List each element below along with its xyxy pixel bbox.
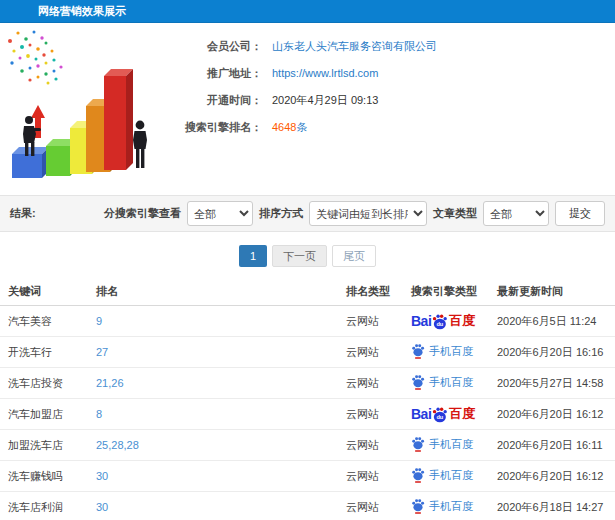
table-row: 洗车店投资 21,26 云网站 Bai du 百度 bbox=[0, 368, 615, 399]
promo-url-label: 推广地址： bbox=[170, 66, 262, 81]
baidu-paw-icon bbox=[411, 498, 425, 514]
engine-filter-label: 分搜索引擎查看 bbox=[104, 206, 181, 221]
rank-cell[interactable]: 25,28,28 bbox=[88, 430, 338, 461]
rank-count-label: 搜索引擎排名： bbox=[170, 120, 262, 135]
update-time-cell: 2020年6月18日 14:27 bbox=[489, 492, 615, 520]
growth-chart-illustration bbox=[0, 25, 170, 193]
keyword-cell: 洗车店投资 bbox=[0, 368, 88, 399]
info-row-rank-count: 搜索引擎排名： 4648条 bbox=[170, 120, 615, 135]
table-row: 加盟洗车店 25,28,28 云网站 Bai du 百度 bbox=[0, 430, 615, 461]
rank-cell[interactable]: 8 bbox=[88, 399, 338, 430]
col-header-update-time: 最新更新时间 bbox=[489, 278, 615, 306]
col-header-engine-type: 搜索引擎类型 bbox=[403, 278, 489, 306]
svg-text:du: du bbox=[437, 414, 444, 420]
update-time-cell: 2020年6月20日 16:16 bbox=[489, 337, 615, 368]
col-header-rank-type: 排名类型 bbox=[338, 278, 403, 306]
sort-label: 排序方式 bbox=[259, 206, 303, 221]
page-title: 网络营销效果展示 bbox=[38, 5, 126, 17]
svg-text:du: du bbox=[437, 321, 444, 327]
engine-filter-select[interactable]: 全部 bbox=[187, 201, 253, 226]
businessman-right bbox=[133, 121, 147, 168]
rank-count-number: 4648 bbox=[272, 121, 296, 133]
engine-type-cell: Bai du 百度 bbox=[403, 306, 489, 337]
table-row: 开洗车行 27 云网站 Bai du 百度 bbox=[0, 337, 615, 368]
col-header-rank: 排名 bbox=[88, 278, 338, 306]
rank-count-unit: 条 bbox=[296, 121, 307, 133]
page-header: 网络营销效果展示 bbox=[0, 0, 615, 23]
table-row: 汽车加盟店 8 云网站 Bai du 百度 bbox=[0, 399, 615, 430]
baidu-pc-logo: Bai du 百度 bbox=[411, 312, 475, 330]
update-time-cell: 2020年6月5日 11:24 bbox=[489, 306, 615, 337]
keyword-cell: 洗车赚钱吗 bbox=[0, 461, 88, 492]
engine-type-cell: Bai du 百度 bbox=[403, 368, 489, 399]
company-link[interactable]: 山东老人头汽车服务咨询有限公司 bbox=[272, 39, 437, 54]
open-time-value: 2020年4月29日 09:13 bbox=[272, 93, 378, 108]
keyword-cell: 汽车加盟店 bbox=[0, 399, 88, 430]
keyword-cell: 加盟洗车店 bbox=[0, 430, 88, 461]
engine-type-cell: Bai du 百度 bbox=[403, 337, 489, 368]
rank-cell[interactable]: 9 bbox=[88, 306, 338, 337]
baidu-mobile-logo: 手机百度 bbox=[411, 436, 473, 452]
article-type-label: 文章类型 bbox=[433, 206, 477, 221]
filter-bar: 结果: 分搜索引擎查看 全部 排序方式 关键词由短到长排序 文章类型 全部 提交 bbox=[0, 195, 615, 232]
baidu-mobile-logo: 手机百度 bbox=[411, 498, 473, 514]
rank-cell[interactable]: 30 bbox=[88, 461, 338, 492]
info-fields: 会员公司： 山东老人头汽车服务咨询有限公司 推广地址： https://www.… bbox=[170, 23, 615, 135]
baidu-pc-logo: Bai du 百度 bbox=[411, 405, 475, 423]
table-header-row: 关键词 排名 排名类型 搜索引擎类型 最新更新时间 bbox=[0, 278, 615, 306]
engine-type-cell: Bai du 百度 bbox=[403, 430, 489, 461]
rank-count-value: 4648条 bbox=[272, 120, 307, 135]
update-time-cell: 2020年5月27日 14:58 bbox=[489, 368, 615, 399]
rank-cell[interactable]: 30 bbox=[88, 492, 338, 520]
rank-type-cell: 云网站 bbox=[338, 492, 403, 520]
baidu-paw-icon bbox=[411, 467, 425, 483]
account-info-section: 会员公司： 山东老人头汽车服务咨询有限公司 推广地址： https://www.… bbox=[0, 23, 615, 195]
pagination-next[interactable]: 下一页 bbox=[272, 245, 327, 267]
open-time-label: 开通时间： bbox=[170, 93, 262, 108]
baidu-paw-icon bbox=[411, 374, 425, 390]
rank-type-cell: 云网站 bbox=[338, 461, 403, 492]
keyword-cell: 洗车店利润 bbox=[0, 492, 88, 520]
baidu-mobile-logo: 手机百度 bbox=[411, 374, 473, 390]
table-row: 洗车店利润 30 云网站 Bai du 百度 bbox=[0, 492, 615, 520]
table-row: 洗车赚钱吗 30 云网站 Bai du 百度 bbox=[0, 461, 615, 492]
article-type-select[interactable]: 全部 bbox=[483, 201, 549, 226]
engine-type-cell: Bai du 百度 bbox=[403, 399, 489, 430]
update-time-cell: 2020年6月20日 16:12 bbox=[489, 399, 615, 430]
table-row: 汽车美容 9 云网站 Bai du 百度 bbox=[0, 306, 615, 337]
confetti-dots bbox=[8, 31, 63, 85]
info-row-company: 会员公司： 山东老人头汽车服务咨询有限公司 bbox=[170, 39, 615, 54]
info-row-open-time: 开通时间： 2020年4月29日 09:13 bbox=[170, 93, 615, 108]
baidu-paw-icon: du bbox=[431, 406, 448, 423]
pagination: 1 下一页 尾页 bbox=[0, 232, 615, 278]
engine-type-cell: Bai du 百度 bbox=[403, 492, 489, 520]
company-label: 会员公司： bbox=[170, 39, 262, 54]
result-label: 结果: bbox=[10, 206, 36, 221]
rank-type-cell: 云网站 bbox=[338, 368, 403, 399]
baidu-paw-icon bbox=[411, 436, 425, 452]
rank-type-cell: 云网站 bbox=[338, 306, 403, 337]
pagination-last[interactable]: 尾页 bbox=[332, 245, 376, 267]
baidu-mobile-logo: 手机百度 bbox=[411, 343, 473, 359]
pagination-page-1[interactable]: 1 bbox=[239, 245, 267, 267]
keyword-rank-table: 关键词 排名 排名类型 搜索引擎类型 最新更新时间 汽车美容 9 云网站 Bai… bbox=[0, 278, 615, 520]
rank-cell[interactable]: 21,26 bbox=[88, 368, 338, 399]
col-header-keyword: 关键词 bbox=[0, 278, 88, 306]
update-time-cell: 2020年6月20日 16:12 bbox=[489, 461, 615, 492]
keyword-cell: 开洗车行 bbox=[0, 337, 88, 368]
submit-button[interactable]: 提交 bbox=[555, 201, 605, 226]
rank-type-cell: 云网站 bbox=[338, 337, 403, 368]
keyword-cell: 汽车美容 bbox=[0, 306, 88, 337]
engine-type-cell: Bai du 百度 bbox=[403, 461, 489, 492]
rank-cell[interactable]: 27 bbox=[88, 337, 338, 368]
update-time-cell: 2020年6月20日 16:11 bbox=[489, 430, 615, 461]
rank-type-cell: 云网站 bbox=[338, 399, 403, 430]
filter-controls: 分搜索引擎查看 全部 排序方式 关键词由短到长排序 文章类型 全部 提交 bbox=[104, 201, 605, 226]
rank-type-cell: 云网站 bbox=[338, 430, 403, 461]
sort-select[interactable]: 关键词由短到长排序 bbox=[309, 201, 427, 226]
promo-url-link[interactable]: https://www.lrtlsd.com bbox=[272, 66, 378, 81]
baidu-paw-icon bbox=[411, 343, 425, 359]
baidu-paw-icon: du bbox=[431, 313, 448, 330]
info-row-url: 推广地址： https://www.lrtlsd.com bbox=[170, 66, 615, 81]
baidu-mobile-logo: 手机百度 bbox=[411, 467, 473, 483]
